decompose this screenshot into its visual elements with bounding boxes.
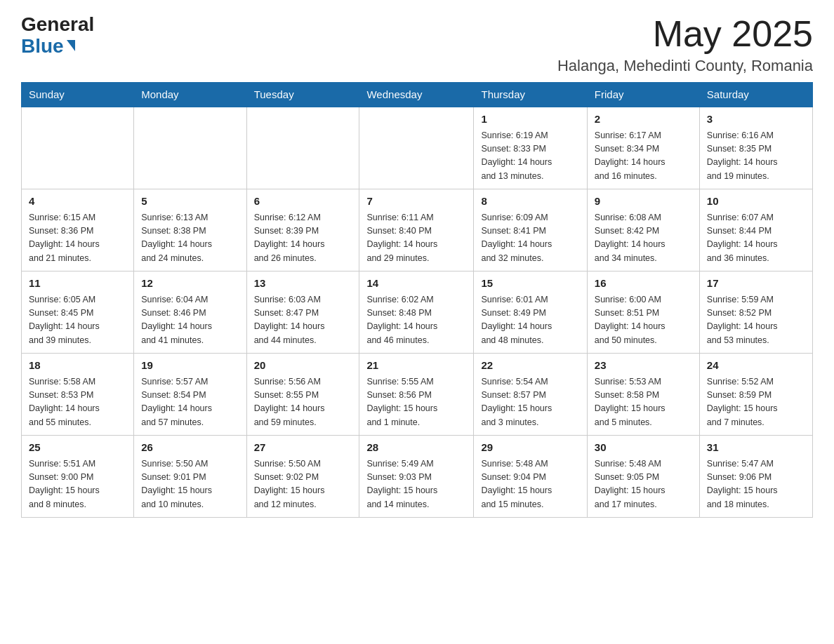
day-number: 1 xyxy=(481,112,579,128)
day-info: Sunrise: 6:17 AM Sunset: 8:34 PM Dayligh… xyxy=(595,129,692,184)
calendar-cell: 20Sunrise: 5:56 AM Sunset: 8:55 PM Dayli… xyxy=(246,354,359,436)
calendar-cell: 12Sunrise: 6:04 AM Sunset: 8:46 PM Dayli… xyxy=(134,271,246,354)
day-number: 13 xyxy=(254,276,352,292)
calendar-cell: 11Sunrise: 6:05 AM Sunset: 8:45 PM Dayli… xyxy=(22,271,134,354)
calendar-week-row: 18Sunrise: 5:58 AM Sunset: 8:53 PM Dayli… xyxy=(22,354,813,436)
weekday-header-friday: Friday xyxy=(587,83,699,107)
day-info: Sunrise: 6:16 AM Sunset: 8:35 PM Dayligh… xyxy=(707,129,805,184)
day-number: 11 xyxy=(29,276,126,292)
month-title: May 2025 xyxy=(557,14,813,54)
calendar-cell: 23Sunrise: 5:53 AM Sunset: 8:58 PM Dayli… xyxy=(587,354,699,436)
day-number: 31 xyxy=(707,440,805,456)
calendar-cell xyxy=(359,107,474,189)
day-info: Sunrise: 6:00 AM Sunset: 8:51 PM Dayligh… xyxy=(595,293,692,348)
day-info: Sunrise: 5:53 AM Sunset: 8:58 PM Dayligh… xyxy=(595,375,692,430)
calendar-cell: 16Sunrise: 6:00 AM Sunset: 8:51 PM Dayli… xyxy=(587,271,699,354)
location-subtitle: Halanga, Mehedinti County, Romania xyxy=(557,57,813,75)
calendar-cell xyxy=(246,107,359,189)
calendar-week-row: 4Sunrise: 6:15 AM Sunset: 8:36 PM Daylig… xyxy=(22,189,813,271)
day-number: 26 xyxy=(141,440,239,456)
calendar-cell: 2Sunrise: 6:17 AM Sunset: 8:34 PM Daylig… xyxy=(587,107,699,189)
day-number: 18 xyxy=(29,358,126,374)
calendar-week-row: 1Sunrise: 6:19 AM Sunset: 8:33 PM Daylig… xyxy=(22,107,813,189)
day-info: Sunrise: 6:01 AM Sunset: 8:49 PM Dayligh… xyxy=(481,293,579,348)
day-info: Sunrise: 6:15 AM Sunset: 8:36 PM Dayligh… xyxy=(29,211,126,266)
day-info: Sunrise: 6:09 AM Sunset: 8:41 PM Dayligh… xyxy=(481,211,579,266)
day-number: 10 xyxy=(707,194,805,210)
calendar-cell: 17Sunrise: 5:59 AM Sunset: 8:52 PM Dayli… xyxy=(699,271,812,354)
day-info: Sunrise: 5:48 AM Sunset: 9:04 PM Dayligh… xyxy=(481,457,579,512)
weekday-header-monday: Monday xyxy=(134,83,246,107)
calendar-cell: 26Sunrise: 5:50 AM Sunset: 9:01 PM Dayli… xyxy=(134,436,246,518)
calendar-cell: 3Sunrise: 6:16 AM Sunset: 8:35 PM Daylig… xyxy=(699,107,812,189)
calendar-cell: 18Sunrise: 5:58 AM Sunset: 8:53 PM Dayli… xyxy=(22,354,134,436)
weekday-header-wednesday: Wednesday xyxy=(359,83,474,107)
day-number: 22 xyxy=(481,358,579,374)
calendar-cell: 31Sunrise: 5:47 AM Sunset: 9:06 PM Dayli… xyxy=(699,436,812,518)
day-number: 28 xyxy=(366,440,466,456)
calendar-cell xyxy=(134,107,246,189)
day-info: Sunrise: 5:59 AM Sunset: 8:52 PM Dayligh… xyxy=(707,293,805,348)
day-info: Sunrise: 6:08 AM Sunset: 8:42 PM Dayligh… xyxy=(595,211,692,266)
calendar-cell: 1Sunrise: 6:19 AM Sunset: 8:33 PM Daylig… xyxy=(474,107,587,189)
day-info: Sunrise: 6:19 AM Sunset: 8:33 PM Dayligh… xyxy=(481,129,579,184)
day-info: Sunrise: 5:54 AM Sunset: 8:57 PM Dayligh… xyxy=(481,375,579,430)
calendar-cell: 15Sunrise: 6:01 AM Sunset: 8:49 PM Dayli… xyxy=(474,271,587,354)
calendar-cell: 27Sunrise: 5:50 AM Sunset: 9:02 PM Dayli… xyxy=(246,436,359,518)
day-info: Sunrise: 6:04 AM Sunset: 8:46 PM Dayligh… xyxy=(141,293,239,348)
day-info: Sunrise: 5:56 AM Sunset: 8:55 PM Dayligh… xyxy=(254,375,352,430)
calendar-cell: 24Sunrise: 5:52 AM Sunset: 8:59 PM Dayli… xyxy=(699,354,812,436)
logo-blue-text: Blue xyxy=(21,36,94,58)
calendar-cell: 28Sunrise: 5:49 AM Sunset: 9:03 PM Dayli… xyxy=(359,436,474,518)
day-info: Sunrise: 5:58 AM Sunset: 8:53 PM Dayligh… xyxy=(29,375,126,430)
calendar-cell: 5Sunrise: 6:13 AM Sunset: 8:38 PM Daylig… xyxy=(134,189,246,271)
day-info: Sunrise: 6:03 AM Sunset: 8:47 PM Dayligh… xyxy=(254,293,352,348)
weekday-header-saturday: Saturday xyxy=(699,83,812,107)
day-info: Sunrise: 5:50 AM Sunset: 9:02 PM Dayligh… xyxy=(254,457,352,512)
day-info: Sunrise: 6:11 AM Sunset: 8:40 PM Dayligh… xyxy=(366,211,466,266)
day-info: Sunrise: 6:13 AM Sunset: 8:38 PM Dayligh… xyxy=(141,211,239,266)
logo-triangle-icon xyxy=(67,40,75,51)
calendar-cell: 4Sunrise: 6:15 AM Sunset: 8:36 PM Daylig… xyxy=(22,189,134,271)
page-header: General Blue May 2025 Halanga, Mehedinti… xyxy=(21,14,813,75)
day-info: Sunrise: 5:49 AM Sunset: 9:03 PM Dayligh… xyxy=(366,457,466,512)
calendar-cell: 30Sunrise: 5:48 AM Sunset: 9:05 PM Dayli… xyxy=(587,436,699,518)
day-number: 4 xyxy=(29,194,126,210)
day-number: 19 xyxy=(141,358,239,374)
day-info: Sunrise: 5:55 AM Sunset: 8:56 PM Dayligh… xyxy=(366,375,466,430)
calendar-cell xyxy=(22,107,134,189)
day-number: 17 xyxy=(707,276,805,292)
day-info: Sunrise: 5:47 AM Sunset: 9:06 PM Dayligh… xyxy=(707,457,805,512)
day-number: 15 xyxy=(481,276,579,292)
calendar-cell: 25Sunrise: 5:51 AM Sunset: 9:00 PM Dayli… xyxy=(22,436,134,518)
day-number: 23 xyxy=(595,358,692,374)
calendar-cell: 22Sunrise: 5:54 AM Sunset: 8:57 PM Dayli… xyxy=(474,354,587,436)
day-info: Sunrise: 5:50 AM Sunset: 9:01 PM Dayligh… xyxy=(141,457,239,512)
calendar-table: SundayMondayTuesdayWednesdayThursdayFrid… xyxy=(21,82,813,518)
day-number: 30 xyxy=(595,440,692,456)
day-number: 21 xyxy=(366,358,466,374)
day-number: 7 xyxy=(366,194,466,210)
calendar-cell: 10Sunrise: 6:07 AM Sunset: 8:44 PM Dayli… xyxy=(699,189,812,271)
day-info: Sunrise: 6:02 AM Sunset: 8:48 PM Dayligh… xyxy=(366,293,466,348)
calendar-cell: 13Sunrise: 6:03 AM Sunset: 8:47 PM Dayli… xyxy=(246,271,359,354)
day-info: Sunrise: 5:48 AM Sunset: 9:05 PM Dayligh… xyxy=(595,457,692,512)
logo-general-text: General xyxy=(21,14,94,36)
day-info: Sunrise: 6:07 AM Sunset: 8:44 PM Dayligh… xyxy=(707,211,805,266)
calendar-header-row: SundayMondayTuesdayWednesdayThursdayFrid… xyxy=(22,83,813,107)
day-number: 24 xyxy=(707,358,805,374)
day-number: 6 xyxy=(254,194,352,210)
day-number: 29 xyxy=(481,440,579,456)
calendar-week-row: 11Sunrise: 6:05 AM Sunset: 8:45 PM Dayli… xyxy=(22,271,813,354)
day-number: 12 xyxy=(141,276,239,292)
day-info: Sunrise: 5:52 AM Sunset: 8:59 PM Dayligh… xyxy=(707,375,805,430)
weekday-header-tuesday: Tuesday xyxy=(246,83,359,107)
day-number: 20 xyxy=(254,358,352,374)
day-number: 5 xyxy=(141,194,239,210)
logo: General Blue xyxy=(21,14,94,58)
calendar-cell: 21Sunrise: 5:55 AM Sunset: 8:56 PM Dayli… xyxy=(359,354,474,436)
weekday-header-sunday: Sunday xyxy=(22,83,134,107)
calendar-cell: 29Sunrise: 5:48 AM Sunset: 9:04 PM Dayli… xyxy=(474,436,587,518)
header-right: May 2025 Halanga, Mehedinti County, Roma… xyxy=(557,14,813,75)
day-number: 27 xyxy=(254,440,352,456)
